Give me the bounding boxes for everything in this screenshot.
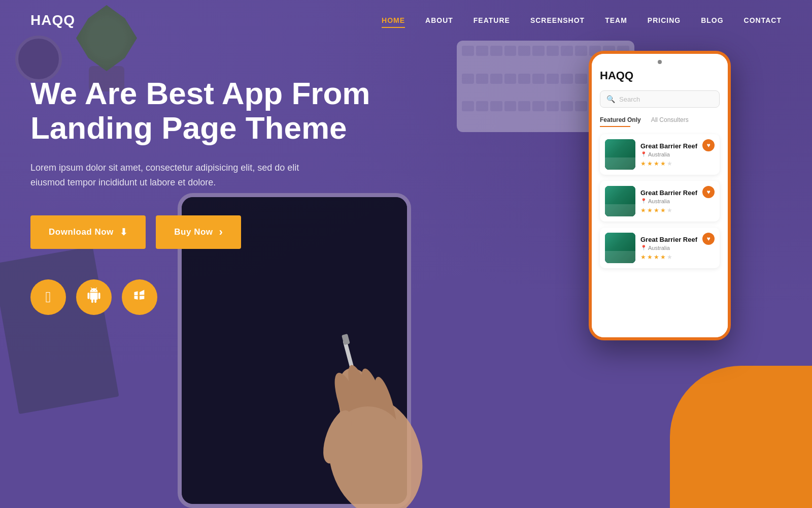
android-icon <box>86 288 101 306</box>
buy-now-button[interactable]: Buy Now › <box>156 215 241 249</box>
nav-link-team[interactable]: TEAM <box>605 16 627 24</box>
star-1: ★ <box>640 160 646 167</box>
nav-link-feature[interactable]: FEATURE <box>473 16 510 24</box>
card-1-stars: ★ ★ ★ ★ ★ <box>640 160 715 167</box>
star-2: ★ <box>647 253 653 261</box>
card-2-location: 📍 Australia <box>640 198 715 204</box>
nav-menu: HOME ABOUT FEATURE SCREENSHOT TEAM PRICI… <box>382 16 782 25</box>
phone-mockup: HAQQ 🔍 Search Featured Only All Consulte… <box>589 51 731 340</box>
tab-all-label: All Consulters <box>651 116 689 123</box>
hero-content: We Are Best App From Landing Page Theme … <box>30 76 376 315</box>
svg-rect-10 <box>605 139 635 170</box>
search-icon: 🔍 <box>606 95 615 103</box>
card-2-heart-button[interactable]: ♥ <box>702 186 715 198</box>
download-icon: ⬇ <box>120 227 128 238</box>
phone-card-3[interactable]: Great Barrier Reef 📍 Australia ★ ★ ★ ★ ★ <box>600 228 720 268</box>
svg-point-14 <box>618 188 633 199</box>
tab-featured[interactable]: Featured Only <box>600 115 641 127</box>
card-3-image <box>605 233 635 263</box>
apple-icon:  <box>46 289 51 306</box>
tab-featured-label: Featured Only <box>600 116 641 123</box>
nav-link-home[interactable]: HOME <box>382 16 405 24</box>
phone-card-2[interactable]: Great Barrier Reef 📍 Australia ★ ★ ★ ★ ★ <box>600 181 720 221</box>
hero-title: We Are Best App From Landing Page Theme <box>30 76 376 145</box>
phone-card-1[interactable]: Great Barrier Reef 📍 Australia ★ ★ ★ ★ ★ <box>600 134 720 175</box>
nav-link-blog[interactable]: BLOG <box>701 16 723 24</box>
nav-item-home[interactable]: HOME <box>382 16 405 25</box>
location-pin-icon-3: 📍 <box>640 245 647 250</box>
nav-item-pricing[interactable]: PRICING <box>648 16 681 25</box>
heart-icon-3: ♥ <box>706 235 710 242</box>
nav-link-pricing[interactable]: PRICING <box>648 16 681 24</box>
search-placeholder: Search <box>619 96 640 103</box>
svg-rect-18 <box>605 253 635 263</box>
hero-buttons: Download Now ⬇ Buy Now › <box>30 215 376 249</box>
tab-underline <box>600 126 630 127</box>
card-1-location: 📍 Australia <box>640 151 715 157</box>
svg-point-17 <box>606 241 619 249</box>
svg-point-11 <box>606 143 624 155</box>
card-3-stars: ★ ★ ★ ★ ★ <box>640 253 715 261</box>
nav-item-feature[interactable]: FEATURE <box>473 16 510 25</box>
svg-rect-3 <box>342 334 350 345</box>
phone-app-title: HAQQ <box>600 69 720 82</box>
download-button-label: Download Now <box>49 227 114 237</box>
star-2: ★ <box>647 207 653 214</box>
windows-icon <box>132 288 147 306</box>
star-4: ★ <box>660 160 666 167</box>
android-platform-button[interactable] <box>76 279 112 315</box>
phone-search-bar[interactable]: 🔍 Search <box>600 90 720 108</box>
card-2-image <box>605 186 635 216</box>
windows-platform-button[interactable] <box>122 279 157 315</box>
star-1: ★ <box>640 207 646 214</box>
card-3-heart-button[interactable]: ♥ <box>702 233 715 245</box>
nav-item-about[interactable]: ABOUT <box>425 16 453 25</box>
star-5: ★ <box>667 207 672 214</box>
heart-icon-2: ♥ <box>706 188 710 196</box>
svg-rect-16 <box>605 233 635 263</box>
location-pin-icon-2: 📍 <box>640 198 647 204</box>
star-5: ★ <box>667 253 672 261</box>
star-5: ★ <box>667 160 672 167</box>
download-now-button[interactable]: Download Now ⬇ <box>30 215 146 249</box>
nav-link-about[interactable]: ABOUT <box>425 16 453 24</box>
star-1: ★ <box>640 253 646 261</box>
svg-rect-13 <box>605 186 635 216</box>
phone-frame: HAQQ 🔍 Search Featured Only All Consulte… <box>589 51 731 340</box>
card-1-heart-button[interactable]: ♥ <box>702 139 715 151</box>
apple-platform-button[interactable]:  <box>30 279 66 315</box>
star-3: ★ <box>654 207 659 214</box>
nav-item-blog[interactable]: BLOG <box>701 16 723 25</box>
svg-rect-15 <box>605 205 635 216</box>
star-4: ★ <box>660 207 666 214</box>
star-3: ★ <box>654 160 659 167</box>
arrow-right-icon: › <box>219 226 223 239</box>
card-2-stars: ★ ★ ★ ★ ★ <box>640 207 715 214</box>
star-4: ★ <box>660 253 666 261</box>
heart-icon: ♥ <box>706 142 710 149</box>
platform-icons:  <box>30 279 376 315</box>
nav-item-screenshot[interactable]: SCREENSHOT <box>530 16 585 25</box>
card-3-location: 📍 Australia <box>640 245 715 251</box>
navbar: HAQQ HOME ABOUT FEATURE SCREENSHOT TEAM … <box>0 0 812 41</box>
nav-item-team[interactable]: TEAM <box>605 16 627 25</box>
location-pin-icon: 📍 <box>640 151 647 157</box>
star-3: ★ <box>654 253 659 261</box>
phone-tabs: Featured Only All Consulters <box>600 115 720 127</box>
phone-screen: HAQQ 🔍 Search Featured Only All Consulte… <box>592 54 728 337</box>
hero-description: Lorem ipsum dolor sit amet, consectetur … <box>30 161 315 190</box>
orange-corner-decoration <box>670 366 812 508</box>
svg-rect-12 <box>605 157 635 170</box>
nav-link-contact[interactable]: CONTACT <box>744 16 782 24</box>
phone-notch <box>658 60 662 64</box>
hero-section: HAQQ HOME ABOUT FEATURE SCREENSHOT TEAM … <box>0 0 812 508</box>
star-2: ★ <box>647 160 653 167</box>
nav-item-contact[interactable]: CONTACT <box>744 16 782 25</box>
brand-logo: HAQQ <box>30 12 75 28</box>
nav-link-screenshot[interactable]: SCREENSHOT <box>530 16 585 24</box>
tab-all[interactable]: All Consulters <box>651 115 689 127</box>
buy-button-label: Buy Now <box>174 227 213 237</box>
card-1-image <box>605 139 635 170</box>
